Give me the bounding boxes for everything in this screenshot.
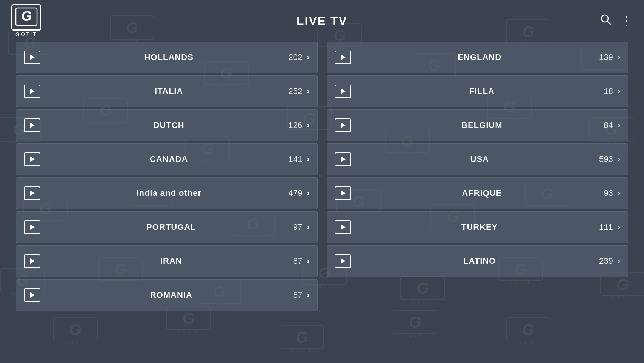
channel-name: IRAN — [49, 256, 293, 266]
logo-text: GOTIT — [15, 31, 37, 37]
chevron-right-icon: › — [618, 52, 620, 62]
channel-row[interactable]: ROMANIA57› — [16, 279, 318, 311]
channel-name: ITALIA — [49, 86, 288, 96]
chevron-right-icon: › — [307, 120, 309, 130]
channel-count: 111 — [599, 222, 613, 232]
logo-svg: G — [15, 7, 38, 28]
channel-name: HOLLANDS — [49, 52, 288, 62]
channel-count: 239 — [599, 256, 613, 266]
svg-line-3 — [607, 21, 610, 24]
header-title: LIVE TV — [297, 14, 347, 28]
tv-icon — [335, 51, 351, 64]
channel-row[interactable]: AFRIQUE93› — [327, 177, 629, 209]
channel-count: 139 — [599, 52, 613, 62]
channel-count: 252 — [288, 86, 302, 96]
channel-count: 479 — [288, 188, 302, 198]
channel-row[interactable]: CANADA141› — [16, 143, 318, 175]
channel-count: 97 — [293, 222, 302, 232]
search-icon[interactable] — [600, 14, 612, 28]
channel-name: FILLA — [360, 86, 604, 96]
tv-icon — [24, 288, 40, 302]
channel-count: 126 — [288, 120, 302, 130]
channel-name: BELGIUM — [360, 120, 604, 130]
chevron-right-icon: › — [307, 52, 309, 62]
channel-name: LATINO — [360, 256, 599, 266]
tv-icon — [335, 152, 351, 166]
tv-icon — [24, 152, 40, 166]
channel-name: AFRIQUE — [360, 188, 604, 198]
channel-name: India and other — [49, 188, 288, 198]
channel-name: DUTCH — [49, 120, 288, 130]
main-content: HOLLANDS202›ITALIA252›DUTCH126›CANADA141… — [0, 42, 644, 363]
tv-icon — [24, 118, 40, 132]
channel-count: 18 — [604, 86, 613, 96]
left-column: HOLLANDS202›ITALIA252›DUTCH126›CANADA141… — [11, 42, 322, 363]
tv-icon — [24, 220, 40, 234]
channel-name: TURKEY — [360, 222, 599, 232]
channel-count: 93 — [604, 188, 613, 198]
tv-icon — [335, 186, 351, 200]
chevron-right-icon: › — [307, 256, 309, 266]
tv-icon — [335, 220, 351, 234]
channel-row[interactable]: FILLA18› — [327, 75, 629, 107]
chevron-right-icon: › — [307, 222, 309, 232]
tv-icon — [24, 186, 40, 200]
tv-icon — [24, 254, 40, 268]
channel-name: USA — [360, 154, 599, 164]
chevron-right-icon: › — [618, 222, 620, 232]
logo-area: G GOTIT — [11, 4, 41, 37]
channel-row[interactable]: HOLLANDS202› — [16, 42, 318, 73]
channel-count: 141 — [288, 154, 302, 164]
channel-name: PORTUGAL — [49, 222, 293, 232]
chevron-right-icon: › — [618, 154, 620, 164]
chevron-right-icon: › — [307, 154, 309, 164]
tv-icon — [24, 51, 40, 64]
channel-row[interactable]: India and other479› — [16, 177, 318, 209]
logo-box: G — [11, 4, 41, 31]
header-icons: ⋮ — [600, 14, 633, 28]
header: G GOTIT LIVE TV ⋮ — [0, 0, 644, 42]
channel-row[interactable]: DUTCH126› — [16, 109, 318, 141]
chevron-right-icon: › — [307, 290, 309, 300]
svg-text:G: G — [21, 8, 32, 24]
channel-name: CANADA — [49, 154, 288, 164]
tv-icon — [335, 118, 351, 132]
chevron-right-icon: › — [618, 256, 620, 266]
right-column: ENGLAND139›FILLA18›BELGIUM84›USA593›AFRI… — [322, 42, 633, 363]
channel-count: 57 — [293, 290, 302, 300]
channel-row[interactable]: ITALIA252› — [16, 75, 318, 107]
channel-row[interactable]: IRAN87› — [16, 245, 318, 277]
tv-icon — [335, 85, 351, 98]
channel-count: 593 — [599, 154, 613, 164]
chevron-right-icon: › — [618, 120, 620, 130]
channel-name: ROMANIA — [49, 290, 293, 300]
chevron-right-icon: › — [618, 86, 620, 96]
tv-icon — [24, 85, 40, 98]
chevron-right-icon: › — [307, 86, 309, 96]
chevron-right-icon: › — [307, 188, 309, 198]
channel-name: ENGLAND — [360, 52, 599, 62]
channel-row[interactable]: TURKEY111› — [327, 211, 629, 243]
channel-count: 84 — [604, 120, 613, 130]
channel-row[interactable]: PORTUGAL97› — [16, 211, 318, 243]
channel-row[interactable]: BELGIUM84› — [327, 109, 629, 141]
channel-count: 87 — [293, 256, 302, 266]
more-options-icon[interactable]: ⋮ — [621, 15, 633, 27]
channel-row[interactable]: ENGLAND139› — [327, 42, 629, 73]
channel-row[interactable]: USA593› — [327, 143, 629, 175]
channel-count: 202 — [288, 52, 302, 62]
channel-row[interactable]: LATINO239› — [327, 245, 629, 277]
chevron-right-icon: › — [618, 188, 620, 198]
tv-icon — [335, 254, 351, 268]
